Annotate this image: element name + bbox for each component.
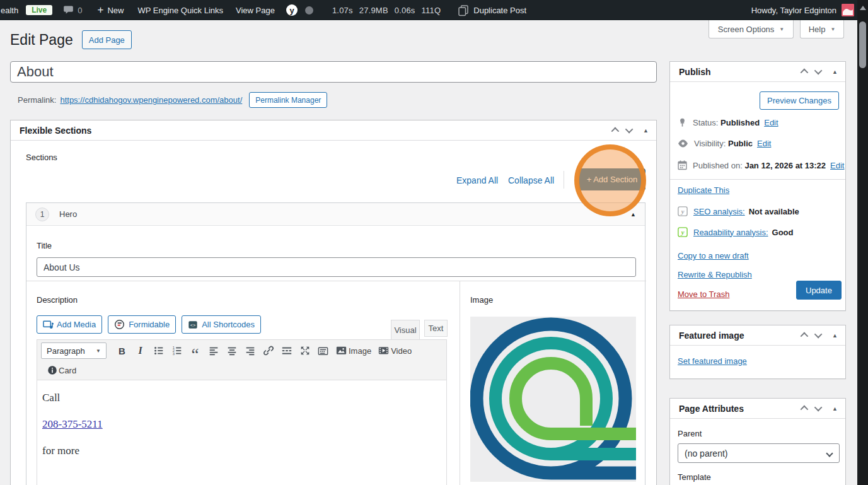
read-more-button[interactable]: [277, 342, 296, 359]
metabox-title: Featured image: [679, 330, 801, 341]
italic-button[interactable]: I: [131, 342, 149, 359]
eye-icon: [678, 139, 688, 148]
site-name[interactable]: ealth: [1, 6, 18, 15]
scrollbar[interactable]: [857, 0, 868, 485]
numbered-list-icon: 1 2 3: [171, 345, 183, 356]
duplicate-post-item[interactable]: Duplicate Post: [457, 4, 526, 16]
insert-link-button[interactable]: [259, 342, 277, 359]
hero-section-panel: 1 Hero ▲ Title Description Add Media: [26, 202, 645, 485]
chevron-down-icon: ▼: [779, 26, 784, 32]
add-media-button[interactable]: Add Media: [37, 315, 102, 334]
live-badge[interactable]: Live: [26, 5, 52, 15]
post-title-input[interactable]: [10, 61, 657, 83]
svg-text:y: y: [680, 229, 685, 236]
paragraph-format-select[interactable]: Paragraph▼: [41, 342, 107, 359]
yoast-menu-item[interactable]: y: [286, 4, 313, 16]
status-row: Status: Published Edit: [678, 117, 778, 128]
comments-item[interactable]: 0: [63, 5, 82, 15]
align-center-icon: [226, 345, 238, 356]
toggle-panel-icon[interactable]: ▲: [832, 332, 838, 339]
new-menu-item[interactable]: + New: [97, 6, 124, 15]
metabox-title: Flexible Sections: [20, 126, 611, 136]
move-down-icon[interactable]: [814, 330, 823, 339]
tab-text[interactable]: Text: [424, 320, 448, 337]
hero-section-header[interactable]: 1 Hero ▲: [26, 203, 645, 226]
italic-icon: I: [138, 345, 142, 356]
insert-image-button[interactable]: Image: [332, 342, 374, 359]
bulleted-list-icon: [153, 345, 165, 356]
edit-visibility-link[interactable]: Edit: [757, 139, 771, 148]
bold-button[interactable]: B: [113, 342, 131, 359]
page-attributes-header[interactable]: Page Attributes ▲: [670, 399, 845, 419]
comment-count: 0: [78, 6, 82, 15]
seo-analysis-link[interactable]: SEO analysis:: [693, 207, 745, 216]
move-down-icon[interactable]: [814, 404, 823, 412]
comment-bubble-icon: [63, 5, 74, 15]
expand-all-link[interactable]: Expand All: [456, 175, 498, 185]
content-paragraph: for more: [42, 445, 440, 457]
permalink-url[interactable]: https://cdhidahogov.wpenginepowered.com/…: [60, 95, 242, 105]
tab-visual[interactable]: Visual: [391, 320, 420, 339]
chevron-down-icon: ▼: [830, 26, 835, 32]
move-to-trash-link[interactable]: Move to Trash: [678, 289, 729, 299]
toggle-panel-icon[interactable]: ▲: [832, 406, 838, 412]
blockquote-button[interactable]: “: [186, 342, 204, 359]
phone-link[interactable]: 208-375-5211: [42, 418, 103, 430]
card-button[interactable]: Card: [41, 362, 79, 378]
view-page-link[interactable]: View Page: [236, 6, 275, 15]
calendar-icon: [678, 160, 687, 170]
help-button[interactable]: Help▼: [800, 20, 844, 38]
add-section-button[interactable]: + Add Section: [579, 168, 645, 190]
rewrite-republish-link[interactable]: Rewrite & Republish: [678, 270, 752, 279]
edit-status-link[interactable]: Edit: [764, 118, 778, 127]
edit-published-link[interactable]: Edit: [830, 161, 844, 170]
svg-text:<>: <>: [190, 323, 196, 328]
align-left-button[interactable]: [204, 342, 223, 359]
hero-image-preview[interactable]: [470, 317, 636, 482]
update-button[interactable]: Update: [796, 281, 842, 300]
divider: [564, 171, 564, 189]
duplicate-this-link[interactable]: Duplicate This: [678, 185, 729, 195]
fullscreen-button[interactable]: [296, 342, 314, 359]
collapse-section-icon[interactable]: ▲: [630, 211, 636, 218]
move-down-icon[interactable]: [625, 126, 634, 134]
preview-changes-button[interactable]: Preview Changes: [760, 91, 839, 110]
collapse-all-link[interactable]: Collapse All: [508, 175, 554, 185]
featured-image-header[interactable]: Featured image ▲: [670, 325, 845, 346]
align-center-button[interactable]: [223, 342, 241, 359]
insert-video-button[interactable]: Video: [374, 342, 415, 359]
move-up-icon[interactable]: [801, 332, 809, 341]
hero-title-input[interactable]: [37, 257, 636, 277]
toolbar-toggle-button[interactable]: [314, 342, 332, 359]
move-up-icon[interactable]: [801, 69, 809, 77]
all-shortcodes-button[interactable]: <> All Shortcodes: [182, 315, 261, 334]
section-name: Hero: [59, 209, 77, 219]
bulleted-list-button[interactable]: [149, 342, 168, 359]
add-page-button[interactable]: Add Page: [82, 30, 132, 49]
move-down-icon[interactable]: [814, 67, 823, 75]
editor-content-area[interactable]: Call 208-375-5211 for more: [37, 380, 446, 485]
parent-select[interactable]: (no parent): [678, 443, 840, 463]
copy-to-new-draft-link[interactable]: Copy to a new draft: [678, 251, 749, 260]
image-icon: [335, 345, 347, 356]
wp-engine-quick-links[interactable]: WP Engine Quick Links: [137, 6, 223, 15]
query-monitor-stats[interactable]: 1.07s 27.9MB 0.06s 111Q: [332, 6, 441, 15]
toggle-panel-icon[interactable]: ▲: [832, 69, 838, 75]
flexible-sections-header[interactable]: Flexible Sections ▲: [11, 120, 656, 141]
publish-header[interactable]: Publish ▲: [670, 62, 845, 82]
account-menu[interactable]: Howdy, Taylor Edginton: [751, 0, 854, 20]
move-up-icon[interactable]: [801, 406, 809, 414]
readability-analysis-link[interactable]: Readability analysis:: [693, 228, 768, 237]
align-right-button[interactable]: [241, 342, 259, 359]
formidable-button[interactable]: Formidable: [108, 315, 176, 334]
toggle-panel-icon[interactable]: ▲: [643, 127, 649, 134]
scroll-up-arrow-icon[interactable]: [860, 6, 866, 10]
screen-options-button[interactable]: Screen Options▼: [709, 20, 794, 38]
numbered-list-button[interactable]: 1 2 3: [168, 342, 186, 359]
divider: [670, 179, 845, 180]
permalink-manager-button[interactable]: Permalink Manager: [249, 92, 327, 108]
editor-toolbar: Paragraph▼ B I 1: [37, 340, 446, 380]
set-featured-image-link[interactable]: Set featured image: [678, 356, 747, 366]
move-up-icon[interactable]: [611, 127, 620, 136]
scrollbar-thumb[interactable]: [859, 21, 866, 68]
